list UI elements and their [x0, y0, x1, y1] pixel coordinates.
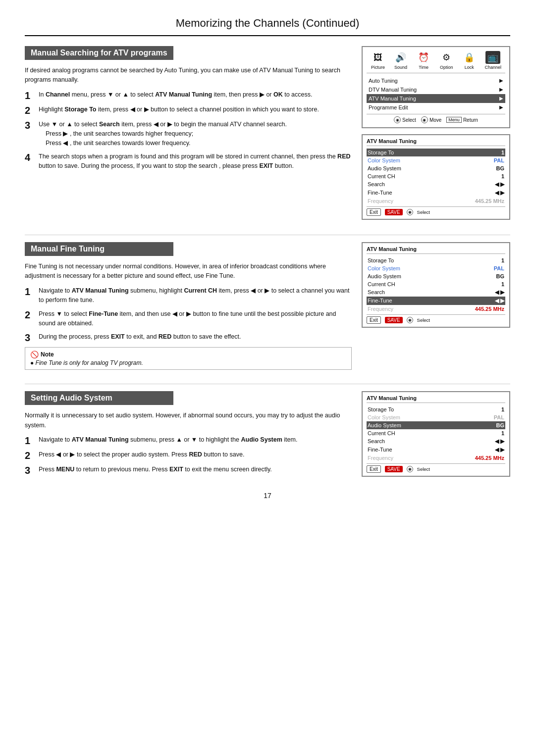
atv-screen-1: ATV Manual Tuning Storage To1 Color Syst… — [362, 134, 510, 220]
section1-header: Manual Searching for ATV programs — [25, 46, 173, 60]
menu-programme-edit: Programme Edit▶ — [367, 103, 505, 112]
step-3-1: 1 Navigate to ATV Manual Tuning submenu,… — [25, 435, 352, 446]
channel-icon: 📺 — [485, 51, 500, 64]
atv-row-finetune: Fine-Tune◀ ▶ — [367, 189, 505, 197]
atv3-row-freq: Frequency445.25 MHz — [367, 454, 505, 462]
note-item: Fine Tune is only for analog TV program. — [30, 359, 346, 366]
atv-screen-3: ATV Manual Tuning Storage To1 Color Syst… — [362, 391, 510, 477]
atv2-row-currentch: Current CH1 — [367, 280, 505, 288]
step-2-3: 3 During the process, press EXIT to exit… — [25, 332, 352, 343]
section2-header: Manual Fine Tuning — [25, 242, 173, 256]
step-1-4: 4 The search stops when a program is fou… — [25, 152, 352, 171]
section-manual-searching: Manual Searching for ATV programs If des… — [25, 46, 510, 225]
section-audio-system: Setting Audio System Normally it is unne… — [25, 391, 510, 482]
note-box: 🚫 Note Fine Tune is only for analog TV p… — [25, 347, 352, 370]
atv3-row-currentch: Current CH1 — [367, 429, 505, 437]
note-header: 🚫 Note — [30, 351, 346, 358]
tv-icon-channel: 📺 Channel — [484, 51, 501, 70]
option-icon: ⚙ — [439, 51, 454, 64]
section-left: Manual Searching for ATV programs If des… — [25, 46, 352, 225]
atv3-row-search: Search◀ ▶ — [367, 437, 505, 446]
atv-title-2: ATV Manual Tuning — [367, 246, 505, 254]
tv-icon-option: ⚙ Option — [439, 51, 454, 70]
atv2-row-storage: Storage To1 — [367, 256, 505, 264]
atv3-row-finetune: Fine-Tune◀ ▶ — [367, 446, 505, 454]
menu-dtv-manual: DTV Manual Tuning▶ — [367, 85, 505, 94]
atv3-row-audio: Audio SystemBG — [367, 421, 505, 429]
atv2-row-search: Search◀ ▶ — [367, 288, 505, 297]
atv3-row-color: Color SystemPAL — [367, 413, 505, 421]
note-icon: 🚫 — [30, 351, 39, 358]
section3-intro: Normally it is unnecessary to set audio … — [25, 411, 352, 430]
atv-row-currentch: Current CH1 — [367, 172, 505, 180]
atv2-row-freq: Frequency445.25 MHz — [367, 305, 505, 313]
atv-screen-2: ATV Manual Tuning Storage To1 Color Syst… — [362, 242, 510, 328]
section1-intro: If desired analog programs cannot be sea… — [25, 66, 352, 85]
tv-bottombar: ◉Select ◉Move MenuReturn — [367, 114, 505, 123]
divider-1 — [25, 235, 510, 235]
tv-main-menu: 🖼 Picture 🔊 Sound ⏰ Time ⚙ Option 🔒 — [362, 46, 510, 128]
step-1-2: 2 Highlight Storage To item, press ◀ or … — [25, 105, 352, 116]
tv-icon-picture: 🖼 Picture — [371, 51, 385, 70]
menu-atv-manual: ATV Manual Tuning▶ — [367, 94, 505, 103]
atv2-bottom: Exit SAVE ◉ Select — [367, 314, 505, 324]
atv-bottom-1: Exit SAVE ◉ Select — [367, 206, 505, 216]
step-1-3: 3 Use ▼ or ▲ to select Search item, pres… — [25, 120, 352, 148]
move-btn: ◉Move — [421, 116, 441, 123]
section3-right: ATV Manual Tuning Storage To1 Color Syst… — [362, 391, 510, 482]
atv3-bottom: Exit SAVE ◉ Select — [367, 463, 505, 473]
title-text: Memorizing the Channels — [176, 17, 299, 29]
section2-intro: Fine Tuning is not necessary under norma… — [25, 262, 352, 281]
page-number: 17 — [25, 492, 510, 500]
step-3-2: 2 Press ◀ or ▶ to select the proper audi… — [25, 450, 352, 461]
tv-icon-lock: 🔒 Lock — [462, 51, 477, 70]
title-suffix: (Continued) — [299, 17, 359, 29]
step-2-1: 1 Navigate to ATV Manual Tuning submenu,… — [25, 286, 352, 305]
step-3-3: 3 Press MENU to return to previous menu.… — [25, 465, 352, 476]
page-title: Memorizing the Channels (Continued) — [25, 15, 510, 36]
step-2-2: 2 Press ▼ to select Fine-Tune item, and … — [25, 309, 352, 329]
atv-row-color: Color SystemPAL — [367, 156, 505, 164]
picture-icon: 🖼 — [371, 51, 385, 64]
section3-left: Setting Audio System Normally it is unne… — [25, 391, 352, 482]
tv-icon-time: ⏰ Time — [416, 51, 431, 70]
lock-icon: 🔒 — [462, 51, 477, 64]
atv2-row-color: Color SystemPAL — [367, 264, 505, 272]
sound-icon: 🔊 — [393, 51, 408, 64]
section-fine-tuning: Manual Fine Tuning Fine Tuning is not ne… — [25, 242, 510, 374]
menu-auto-tuning: Auto Tuning▶ — [367, 76, 505, 85]
atv-row-search: Search◀ ▶ — [367, 180, 505, 189]
atv-row-storage: Storage To1 — [367, 149, 505, 156]
atv3-row-storage: Storage To1 — [367, 405, 505, 413]
section-right-1: 🖼 Picture 🔊 Sound ⏰ Time ⚙ Option 🔒 — [362, 46, 510, 225]
atv-row-freq: Frequency445.25 MHz — [367, 197, 505, 205]
return-btn: MenuReturn — [446, 116, 478, 123]
tv-icon-sound: 🔊 Sound — [393, 51, 408, 70]
atv-title-1: ATV Manual Tuning — [367, 138, 505, 146]
atv-row-audio: Audio SystemBG — [367, 164, 505, 172]
divider-2 — [25, 384, 510, 384]
time-icon: ⏰ — [416, 51, 431, 64]
section2-right: ATV Manual Tuning Storage To1 Color Syst… — [362, 242, 510, 374]
step-1-1: 1 In Channel menu, press ▼ or ▲ to selec… — [25, 90, 352, 101]
section3-header: Setting Audio System — [25, 391, 173, 405]
select-btn: ◉Select — [394, 116, 416, 123]
atv-title-3: ATV Manual Tuning — [367, 395, 505, 403]
section2-left: Manual Fine Tuning Fine Tuning is not ne… — [25, 242, 352, 374]
atv2-row-finetune: Fine-Tune◀ ▶ — [367, 297, 505, 305]
tv-topbar: 🖼 Picture 🔊 Sound ⏰ Time ⚙ Option 🔒 — [367, 51, 505, 73]
atv2-row-audio: Audio SystemBG — [367, 272, 505, 280]
